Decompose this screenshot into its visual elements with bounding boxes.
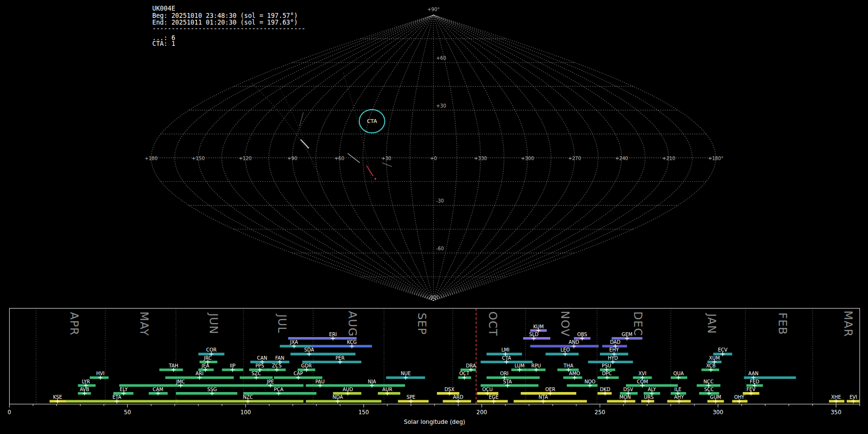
shower-label: NIA <box>368 379 376 384</box>
x-tick-label: 150 <box>358 409 369 416</box>
month-label: DEC <box>632 312 644 337</box>
shower-label: EVI <box>850 394 857 400</box>
shower-activity-chart: APRMAYJUNJULAUGSEPOCTNOVDECJANFEBMAR KUM… <box>8 308 860 425</box>
shower-label: EGE <box>489 394 499 400</box>
shower-label: JXA <box>289 339 298 345</box>
shower-label: DPC <box>602 371 612 376</box>
shower-label: TAH <box>168 363 178 368</box>
lon-label: +300 <box>521 156 534 161</box>
sky-map: +180+150+120+90+60+30+0+330+300+270+240+… <box>145 7 723 300</box>
shower-label: ARI <box>196 371 204 376</box>
meteor-trail <box>299 112 303 126</box>
chart-bars: KUMERISLDOBSGEMJXAKCGANDDADCORSDALMILEOE… <box>50 324 860 404</box>
shower-label: SDA <box>304 347 314 353</box>
lon-label: +0 <box>430 156 437 161</box>
shower-label: OER <box>545 387 556 392</box>
x-tick-label: 250 <box>595 409 605 416</box>
meteor-trail <box>382 163 392 167</box>
shower-label: AUR <box>382 387 393 392</box>
shower-label: LUM <box>515 363 525 368</box>
shower-label: OBS <box>577 332 587 337</box>
shower-label: ARD <box>453 394 464 400</box>
shower-label: AHY <box>674 394 684 400</box>
shower-label: ERI <box>329 332 337 337</box>
shower-label: COR <box>206 347 217 353</box>
month-label: OCT <box>487 312 499 337</box>
x-tick-label: 350 <box>831 409 841 416</box>
shower-label: PAU <box>315 379 325 384</box>
info-divider: ---------------------------------------- <box>152 25 306 32</box>
shower-label: ZCS <box>272 363 282 368</box>
shower-label: NUE <box>401 371 411 376</box>
shower-label: IIP <box>230 363 235 368</box>
shower-label: DSX <box>445 387 455 392</box>
shower-label: AMO <box>569 371 580 376</box>
end-time: End: 20251011 01:20:30 (sol = 197.63°) <box>152 19 298 26</box>
month-label: NOV <box>559 311 571 337</box>
shower-label: RPU <box>531 363 541 368</box>
shower-label: AAN <box>748 371 759 376</box>
shower-label: PPS <box>256 363 264 368</box>
lon-label: +240 <box>615 156 628 161</box>
shower-label: SZC <box>251 371 261 376</box>
shower-label: AVB <box>80 387 89 392</box>
shower-label: LYR <box>82 379 90 384</box>
shower-label: JRC <box>203 355 212 361</box>
x-tick-label: 0 <box>8 409 11 416</box>
shower-label: XVI <box>638 371 646 376</box>
shower-label: FEV <box>746 387 756 392</box>
lon-label: +330 <box>474 156 487 161</box>
shower-label: NCC <box>704 379 714 384</box>
lat-label: +30 <box>436 103 447 108</box>
shower-label: FED <box>750 379 760 384</box>
shower-label: JEA <box>201 363 209 368</box>
shower-label: NDA <box>333 394 343 400</box>
count-cta: CTA: 1 <box>152 40 176 47</box>
shower-label: CAM <box>153 387 163 392</box>
shower-label: LEO <box>560 347 570 353</box>
month-label: APR <box>68 312 81 336</box>
lat-label: -60 <box>436 246 444 251</box>
shower-label: SPE <box>407 394 415 400</box>
shower-label: KSE <box>53 394 62 400</box>
lon-label: +150 <box>192 156 205 161</box>
chart-axis: 050100150200250300350 <box>8 308 860 415</box>
month-label: FEB <box>776 312 789 335</box>
meteor-trail <box>366 165 373 176</box>
shower-label: DSV <box>624 387 634 392</box>
month-label: JUL <box>276 313 288 334</box>
month-label: AUG <box>346 311 359 337</box>
shower-label: AND <box>569 339 579 345</box>
month-label: SEP <box>416 312 428 335</box>
shower-label: OCU <box>482 387 493 392</box>
shower-label: ETA <box>112 394 121 400</box>
shower-label: SSG <box>207 387 217 392</box>
shower-label: HVI <box>96 371 105 376</box>
app-root: { "info_panel": { "station": "UK004E", "… <box>0 0 868 434</box>
lon-label: +180° <box>708 156 723 161</box>
shower-label: THA <box>563 363 573 368</box>
shower-label: ILE <box>674 387 681 392</box>
shower-label: XUM <box>709 355 719 361</box>
radiant-label: CTA <box>367 118 377 124</box>
shower-label: KUM <box>533 324 544 329</box>
lat-label: -90° <box>428 295 438 300</box>
shower-label: KCG <box>347 339 357 345</box>
shower-label: LMI <box>502 347 510 353</box>
shower-label: PSU <box>602 363 611 368</box>
shower-label: DRA <box>466 363 476 368</box>
x-tick-label: 200 <box>476 409 487 416</box>
x-tick-label: 300 <box>713 409 723 416</box>
shower-label: MON <box>620 394 631 400</box>
sky-trails <box>299 112 392 180</box>
chart-frame <box>10 308 860 404</box>
shower-label: OCT <box>460 371 470 376</box>
lat-label: -30 <box>436 198 444 203</box>
lon-label: +60 <box>334 156 344 161</box>
shower-label: ORI <box>500 371 509 376</box>
shower-label: ALY <box>648 387 656 392</box>
month-label: MAY <box>138 312 150 336</box>
month-label: MAR <box>842 311 854 337</box>
shower-label: FAN <box>275 355 285 361</box>
shower-label: NZC <box>243 394 253 400</box>
